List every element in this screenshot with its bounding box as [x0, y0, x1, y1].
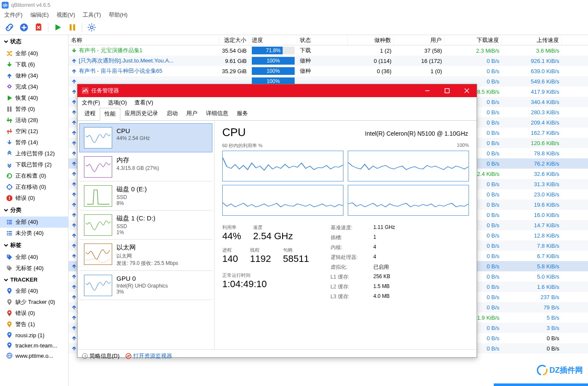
tm-card-eth[interactable]: 以太网以太网发送: 79.0 接收: 25.5 Mbps — [79, 240, 212, 271]
graph-axis-right: 100% — [457, 143, 469, 149]
sidebar-item-status-2[interactable]: 做种 (34) — [0, 70, 68, 81]
kv-key: 插槽: — [331, 234, 373, 241]
col-prog[interactable]: 进度 — [249, 36, 297, 44]
cpu-graph-core0 — [222, 151, 343, 181]
sidebar-group-tracker[interactable]: TRACKER — [0, 274, 68, 285]
tm-tab-4[interactable]: 用户 — [182, 108, 202, 120]
util-value: 44% — [222, 231, 241, 242]
cell-size: 35.29 GiB — [219, 68, 249, 74]
minimize-icon[interactable] — [418, 84, 437, 97]
sidebar-item-category-0[interactable]: 全部 (40) — [0, 217, 68, 228]
tm-menu-file[interactable]: 文件(F) — [82, 99, 100, 107]
tm-card-d1[interactable]: 磁盘 1 (C: D:)SSD1% — [79, 211, 212, 240]
cell-ul: 0 B/s — [502, 345, 562, 352]
sidebar-item-status-12[interactable]: 正在移动 (0) — [0, 181, 68, 193]
maximize-icon[interactable] — [437, 84, 457, 97]
tm-tab-5[interactable]: 详细信息 — [202, 108, 233, 120]
sidebar-item-status-3[interactable]: 完成 (34) — [0, 81, 68, 92]
tm-card-d0[interactable]: 磁盘 0 (E:)SSD8% — [79, 181, 212, 211]
menu-edit[interactable]: 编辑(E) — [30, 11, 49, 19]
sidebar-item-status-4[interactable]: 恢复 (40) — [0, 92, 68, 104]
svg-rect-22 — [9, 233, 12, 234]
tm-tab-6[interactable]: 服务 — [233, 108, 252, 120]
menu-help[interactable]: 帮助(H) — [109, 11, 128, 19]
col-name[interactable]: 名称 — [69, 36, 219, 44]
tm-card-gpu[interactable]: GPU 0Intel(R) UHD Graphics3% — [79, 271, 212, 300]
tm-menu-view[interactable]: 查看(V) — [134, 99, 153, 107]
tm-footer: 简略信息(D) 打开资源监视器 — [78, 349, 477, 362]
seeding-icon — [71, 315, 77, 321]
tm-tab-2[interactable]: 应用历史记录 — [120, 108, 162, 120]
sidebar-item-status-10[interactable]: 下载已暂停 (2) — [0, 159, 68, 170]
tag-icon — [6, 265, 13, 272]
tm-tab-1[interactable]: 性能 — [100, 108, 120, 121]
sidebar-group-status[interactable]: 状态 — [0, 35, 68, 48]
table-row[interactable]: 有声书 - 元宝演播作品集135.54 GiB71.8%下载1 (2)37 (5… — [69, 45, 588, 56]
pin-icon — [6, 299, 13, 306]
sidebar-item-status-8[interactable]: 暂停 (14) — [0, 137, 68, 148]
sidebar-item-status-0[interactable]: 全部 (40) — [0, 48, 68, 59]
tm-card-mem[interactable]: 内存4.3/15.8 GB (27%) — [79, 152, 212, 181]
sidebar-item-tags-0[interactable]: 全部 (40) — [0, 252, 68, 263]
pause-icon[interactable] — [67, 22, 78, 33]
sidebar-item-status-5[interactable]: 暂停 (0) — [0, 104, 68, 115]
menu-file[interactable]: 文件(F) — [4, 11, 23, 19]
cell-ul: 32.6 KiB/s — [502, 171, 562, 177]
sidebar-item-tags-1[interactable]: 无标签 (40) — [0, 263, 68, 274]
sidebar-item-tracker-0[interactable]: 全部 (40) — [0, 285, 68, 297]
cell-ul: 19.6 KiB/s — [502, 202, 562, 208]
watermark: DZ插件网 — [537, 365, 583, 376]
close-icon[interactable] — [457, 84, 477, 97]
col-state[interactable]: 状态 — [297, 36, 348, 44]
sidebar-item-tracker-5[interactable]: tracker.m-team... — [0, 340, 68, 350]
sidebar-item-tracker-3[interactable]: 警告 (1) — [0, 319, 68, 330]
sidebar-item-status-7[interactable]: 空闲 (12) — [0, 126, 68, 137]
col-ul[interactable]: 上传速度 — [502, 36, 562, 44]
tm-tab-0[interactable]: 进程 — [80, 108, 100, 120]
svg-rect-16 — [9, 222, 12, 223]
cpu-graph-core1 — [348, 151, 469, 181]
delete-torrent-icon[interactable] — [33, 22, 44, 33]
tm-left-panel: CPU44% 2.54 GHz内存4.3/15.8 GB (27%)磁盘 0 (… — [78, 121, 215, 349]
sidebar-item-status-11[interactable]: 正在检查 (0) — [0, 170, 68, 181]
add-torrent-icon[interactable] — [19, 22, 29, 33]
sidebar-item-status-1[interactable]: 下载 (6) — [0, 59, 68, 70]
resume-icon[interactable] — [53, 22, 63, 33]
add-link-icon[interactable] — [4, 22, 15, 33]
sidebar-item-status-6[interactable]: 活动 (28) — [0, 115, 68, 126]
resource-monitor-link[interactable]: 打开资源监视器 — [125, 352, 172, 360]
cpu-info-table: 基准速度:1.11 GHz插槽:1内核:4逻辑处理器:4虚拟化:已启用L1 缓存… — [331, 224, 425, 300]
sidebar-group-tags[interactable]: 标签 — [0, 239, 68, 252]
tm-card-cpu[interactable]: CPU44% 2.54 GHz — [79, 123, 212, 152]
kv-key: 逻辑处理器: — [331, 254, 373, 261]
sidebar-group-category[interactable]: 分类 — [0, 204, 68, 217]
col-peers[interactable]: 用户 — [394, 36, 445, 44]
col-size[interactable]: 选定大小 — [219, 36, 249, 44]
col-dl[interactable]: 下载速度 — [445, 36, 502, 44]
move-icon — [6, 184, 13, 190]
sidebar-item-tracker-2[interactable]: 错误 (0) — [0, 308, 68, 319]
collapse-icon[interactable]: 简略信息(D) — [82, 352, 119, 360]
cell-ul: 16.0 KiB/s — [502, 212, 562, 218]
menu-view[interactable]: 视图(V) — [57, 11, 75, 19]
sidebar-item-tracker-6[interactable]: www.pttime.o... — [0, 350, 68, 361]
kv-val: 1.5 MB — [373, 283, 425, 291]
sidebar-item-category-1[interactable]: 未分类 (40) — [0, 228, 68, 239]
sidebar-item-tracker-4[interactable]: rousi.zip (1) — [0, 330, 68, 340]
sidebar-item-tracker-1[interactable]: 缺少 Tracker (0) — [0, 297, 68, 308]
menu-tools[interactable]: 工具(T) — [83, 11, 101, 19]
task-manager-window[interactable]: 任务管理器 文件(F) 选项(O) 查看(V) 进程性能应用历史记录启动用户详细… — [77, 84, 477, 358]
table-row[interactable]: 有声书 - 亩斗亩斗种田小说全集6535.29 GiB100%做种0 (36)1… — [69, 66, 588, 76]
table-row[interactable]: [只为再次遇到你].Just.to.Meet.You.A...9.61 GiB1… — [69, 56, 588, 66]
thrd-value: 1192 — [250, 253, 271, 264]
sidebar-item-status-13[interactable]: 错误 (0) — [0, 193, 68, 204]
pause-icon — [6, 106, 13, 113]
settings-icon[interactable] — [87, 22, 97, 33]
tm-menu-options[interactable]: 选项(O) — [108, 99, 127, 107]
col-seeds[interactable]: 做种数 — [348, 36, 394, 44]
kv-val: 1 — [373, 234, 425, 241]
sidebar-item-status-9[interactable]: 上传已暂停 (12) — [0, 148, 68, 159]
svg-rect-19 — [7, 233, 8, 234]
tm-tab-3[interactable]: 启动 — [162, 108, 182, 120]
tm-title-bar[interactable]: 任务管理器 — [78, 84, 477, 97]
